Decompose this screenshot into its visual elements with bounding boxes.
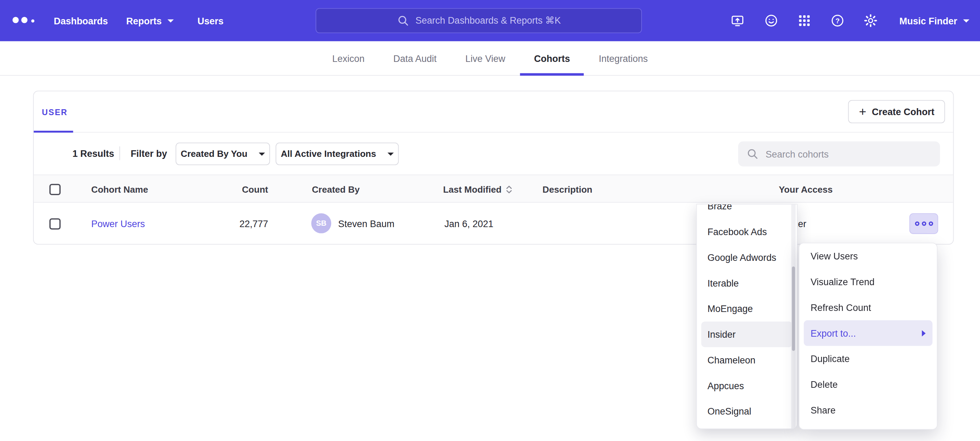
tab-data-audit[interactable]: Data Audit: [393, 42, 436, 75]
row-checkbox-cell: [49, 203, 60, 244]
tab-integrations[interactable]: Integrations: [599, 42, 648, 75]
menu-item-export-to-label: Export to...: [811, 328, 856, 339]
menu-item-refresh-count[interactable]: Refresh Count: [799, 295, 937, 320]
user-tab[interactable]: USER: [42, 91, 67, 133]
avatar: SB: [311, 213, 331, 233]
search-icon: [746, 147, 759, 160]
menu-item-share[interactable]: Share: [799, 397, 937, 423]
ellipsis-icon: [929, 222, 933, 226]
workspace-name: Music Finder: [899, 15, 957, 26]
gear-icon[interactable]: [863, 13, 878, 28]
integrations-filter-label: All Active Integrations: [281, 149, 376, 159]
menu-item-export-to[interactable]: Export to...: [804, 320, 932, 346]
global-search-placeholder: Search Dashboards & Reports ⌘K: [415, 15, 560, 26]
help-icon[interactable]: ?: [830, 13, 845, 28]
ellipsis-icon: [922, 222, 926, 226]
user-tab-underline: [34, 131, 73, 133]
column-cohort-name: Cohort Name: [91, 175, 148, 203]
divider: [119, 146, 120, 160]
chevron-down-icon: [259, 152, 265, 155]
brand-dot-icon: [21, 17, 27, 23]
menu-item-google-adwords[interactable]: Google Adwords: [697, 244, 797, 270]
menu-item-chameleon[interactable]: Chameleon: [697, 347, 797, 373]
cohorts-panel: USER + Create Cohort 1 Results Filter by…: [33, 91, 954, 244]
sort-icon: [506, 184, 513, 195]
menu-item-appcues[interactable]: Appcues: [697, 373, 797, 399]
row-checkbox[interactable]: [49, 218, 60, 229]
table-row: Power Users 22,777 SB Steven Baum Jan 6,…: [34, 203, 953, 244]
menu-item-braze[interactable]: Braze: [697, 204, 797, 219]
brand-dot-icon: [13, 17, 19, 23]
menu-item-duplicate[interactable]: Duplicate: [799, 346, 937, 372]
menu-item-delete[interactable]: Delete: [799, 371, 937, 397]
cohort-search-input[interactable]: [738, 141, 940, 166]
select-all-checkbox[interactable]: [49, 184, 60, 195]
created-by-filter-label: Created By You: [181, 149, 247, 159]
chevron-down-icon: [167, 19, 173, 22]
plus-icon: +: [859, 105, 866, 117]
row-actions-button[interactable]: [910, 213, 938, 234]
filter-by-label: Filter by: [130, 133, 167, 174]
tab-live-view[interactable]: Live View: [465, 42, 505, 75]
menu-item-onesignal[interactable]: OneSignal: [697, 399, 797, 424]
menu-item-facebook-ads[interactable]: Facebook Ads: [697, 219, 797, 244]
integrations-filter-button[interactable]: All Active Integrations: [275, 142, 399, 165]
topbar: Dashboards Reports Users Search Dashboar…: [0, 0, 980, 42]
create-cohort-label: Create Cohort: [872, 106, 934, 117]
table-header: Cohort Name Count Created By Last Modifi…: [34, 174, 953, 203]
select-all-checkbox-cell: [49, 175, 60, 203]
menu-item-moengage[interactable]: MoEngage: [697, 296, 797, 322]
results-count: 1 Results: [73, 133, 115, 174]
workspace-switcher[interactable]: Music Finder: [899, 0, 969, 42]
nav-reports-label: Reports: [126, 15, 162, 26]
cohort-name-link[interactable]: Power Users: [91, 219, 145, 229]
creator-name: Steven Baum: [338, 203, 395, 244]
cohort-search: [738, 141, 940, 166]
monitor-arrow-icon[interactable]: [730, 13, 745, 28]
scrollbar-thumb[interactable]: [792, 267, 795, 351]
export-submenu: Braze Facebook Ads Google Adwords Iterab…: [696, 204, 797, 429]
menu-item-insider[interactable]: Insider: [701, 321, 793, 347]
panel-header: USER + Create Cohort: [34, 91, 953, 133]
menu-item-view-users[interactable]: View Users: [799, 243, 937, 269]
menu-item-visualize-trend[interactable]: Visualize Trend: [799, 269, 937, 295]
menu-item-iterable[interactable]: Iterable: [697, 270, 797, 296]
chevron-down-icon: [388, 152, 394, 155]
nav-reports[interactable]: Reports: [126, 0, 173, 42]
nav-users[interactable]: Users: [197, 0, 223, 42]
svg-text:?: ?: [835, 17, 840, 25]
create-cohort-button[interactable]: + Create Cohort: [848, 100, 945, 123]
brand-logo[interactable]: [13, 17, 34, 23]
column-count: Count: [197, 175, 268, 203]
chevron-down-icon: [963, 19, 969, 22]
nav-dashboards[interactable]: Dashboards: [54, 0, 108, 42]
tab-cohorts[interactable]: Cohorts: [534, 42, 570, 75]
brand-dot-icon: [31, 19, 34, 22]
column-last-modified[interactable]: Last Modified: [443, 175, 512, 203]
cohort-name-cell: Power Users: [91, 203, 145, 244]
export-submenu-list: Braze Facebook Ads Google Adwords Iterab…: [697, 204, 797, 424]
section-tabbar: Lexicon Data Audit Live View Cohorts Int…: [0, 42, 980, 76]
chevron-right-icon: [922, 330, 926, 336]
column-description: Description: [542, 175, 592, 203]
ellipsis-icon: [915, 222, 919, 226]
column-your-access: Your Access: [779, 175, 833, 203]
row-actions-menu: View Users Visualize Trend Refresh Count…: [799, 243, 937, 430]
column-created-by: Created By: [312, 175, 360, 203]
global-search[interactable]: Search Dashboards & Reports ⌘K: [315, 8, 642, 33]
created-by-filter-button[interactable]: Created By You: [175, 142, 270, 165]
app-root: Dashboards Reports Users Search Dashboar…: [0, 0, 980, 441]
column-last-modified-label: Last Modified: [443, 184, 501, 195]
apps-grid-icon[interactable]: [797, 13, 812, 28]
last-modified-date: Jan 6, 2021: [444, 203, 493, 244]
feedback-smiley-icon[interactable]: [764, 13, 779, 28]
search-icon: [396, 14, 409, 27]
cohort-count: 22,777: [197, 203, 268, 244]
tab-lexicon[interactable]: Lexicon: [332, 42, 364, 75]
